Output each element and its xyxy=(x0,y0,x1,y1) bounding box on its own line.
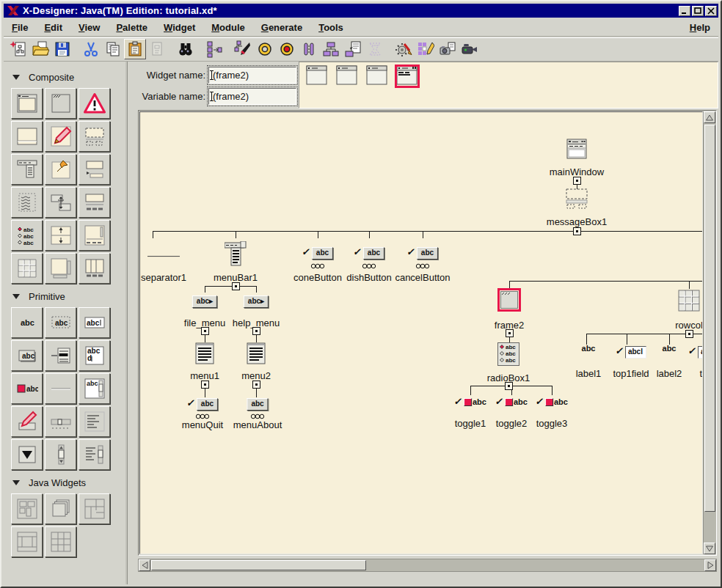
tree-node-toggle1-label[interactable]: toggle1 xyxy=(455,418,486,429)
tree-node-toggle1-icon[interactable]: ✓abc xyxy=(454,398,486,406)
tree-node-separator1-label[interactable]: separator1 xyxy=(141,272,186,283)
menu-generate[interactable]: Generate xyxy=(253,20,310,35)
palette-section-primitive[interactable]: Primitive xyxy=(12,291,127,302)
copy-button[interactable] xyxy=(102,39,124,59)
tree-node-mainWindow-icon[interactable] xyxy=(566,139,587,159)
palette-paned-window-button[interactable] xyxy=(45,187,76,218)
scroll-up-arrow[interactable] xyxy=(704,111,715,123)
tree-node-toggle3-icon[interactable]: ✓abc xyxy=(536,398,568,406)
palette-form-button[interactable] xyxy=(11,121,43,152)
palette-scale-button[interactable] xyxy=(45,406,76,437)
minimize-button[interactable] xyxy=(679,6,690,16)
record-video-button[interactable] xyxy=(459,39,481,59)
palette-option-menu-p-button[interactable] xyxy=(45,340,76,371)
palette-scrolled-text-button[interactable] xyxy=(11,187,43,218)
vertical-scrollbar[interactable] xyxy=(703,111,716,554)
tree-node-radioBox1-icon[interactable]: abcabcabc xyxy=(497,342,519,366)
palette-warning-button[interactable] xyxy=(79,88,110,119)
design-hierarchy-canvas[interactable]: mainWindowmessageBox1separator1menuBar1✓… xyxy=(139,111,703,554)
palette-text-button[interactable]: abcd xyxy=(79,340,110,371)
tree-node-messageBox1-expand-box[interactable] xyxy=(573,227,581,235)
tree-node-dishButton-icon[interactable]: ✓abc xyxy=(354,247,384,260)
tree-node-top2field-icon[interactable]: ✓abcl xyxy=(688,346,703,359)
move-widget-button[interactable] xyxy=(203,39,225,59)
tree-node-cancelButton-icon[interactable]: ✓abc xyxy=(407,247,438,260)
tree-node-separator1-icon[interactable] xyxy=(147,254,180,258)
tree-node-cancelButton-label[interactable]: cancelButton xyxy=(395,272,450,283)
palette-shell-button[interactable] xyxy=(45,88,76,119)
palette-option-menu-button[interactable] xyxy=(79,154,110,185)
scroll-down-arrow[interactable] xyxy=(704,543,715,554)
save-file-button[interactable] xyxy=(51,39,73,59)
menu-palette[interactable]: Palette xyxy=(108,20,156,35)
structure-colors-button[interactable] xyxy=(232,39,254,59)
tree-node-menu1-icon[interactable] xyxy=(195,342,214,364)
cut-button[interactable] xyxy=(80,39,102,59)
find-button[interactable] xyxy=(175,39,197,59)
shell-button-2[interactable] xyxy=(335,65,359,87)
palette-scrollbar-button[interactable] xyxy=(45,439,76,470)
tree-node-top1field-label[interactable]: top1field xyxy=(613,368,649,379)
radio-ring-button[interactable] xyxy=(276,39,298,59)
variable-name-input[interactable]: (frame2) xyxy=(208,88,296,105)
toggle-ring-button[interactable] xyxy=(254,39,276,59)
palette-label-button[interactable]: abc xyxy=(11,307,43,338)
clear-button[interactable] xyxy=(146,39,168,59)
scroll-left-arrow[interactable] xyxy=(139,559,150,571)
tree-node-label1-icon[interactable]: abc xyxy=(582,348,596,348)
tree-node-menu1-expand-box[interactable] xyxy=(201,381,209,389)
widget-hierarchy-button[interactable] xyxy=(320,39,342,59)
collapse-triangle-icon[interactable] xyxy=(12,480,20,485)
tree-node-rowcol-expand-box[interactable] xyxy=(685,330,693,338)
tree-node-help_menu-expand-box[interactable] xyxy=(252,327,260,335)
palette-scrolled-text-p-button[interactable]: abc xyxy=(79,373,110,404)
menu-tools[interactable]: Tools xyxy=(310,20,351,35)
maximize-button[interactable] xyxy=(692,6,704,16)
palette-list-button[interactable] xyxy=(79,406,110,437)
tree-node-label2-icon[interactable]: abc xyxy=(663,348,677,348)
tree-node-dishButton-label[interactable]: dishButton xyxy=(346,272,391,283)
vertical-scroll-thumb[interactable] xyxy=(704,125,715,512)
palette-section-java-widgets[interactable]: Java Widgets xyxy=(12,477,127,488)
menu-help[interactable]: Help xyxy=(682,20,718,35)
collapse-triangle-icon[interactable] xyxy=(12,294,20,299)
palette-gadget-label-button[interactable]: abc xyxy=(45,307,76,338)
palette-file-selection-button[interactable] xyxy=(79,220,110,251)
tree-node-toggle2-label[interactable]: toggle2 xyxy=(496,418,528,429)
tree-node-coneButton-label[interactable]: coneButton xyxy=(293,272,342,283)
generate-code-button[interactable] xyxy=(342,39,364,59)
tree-node-help_menu-icon[interactable]: abc▸ xyxy=(244,295,269,308)
menu-widget[interactable]: Widget xyxy=(156,20,203,35)
new-design-button[interactable] xyxy=(7,39,29,59)
layout-editor-button[interactable] xyxy=(415,39,437,59)
tree-node-messageBox1-label[interactable]: messageBox1 xyxy=(547,216,607,227)
palette-dialog-button[interactable] xyxy=(11,88,43,119)
tree-node-menuQuit-label[interactable]: menuQuit xyxy=(182,419,223,430)
scroll-right-arrow[interactable] xyxy=(704,559,716,571)
palette-card-layout-button[interactable] xyxy=(45,493,76,524)
menu-module[interactable]: Module xyxy=(203,20,253,35)
palette-arrow-button-button[interactable] xyxy=(11,439,43,470)
tree-node-menu2-icon[interactable] xyxy=(247,342,266,364)
widget-name-input[interactable]: (frame2) xyxy=(208,67,296,84)
paste-button[interactable] xyxy=(124,39,146,59)
tree-node-frame2-expand-box[interactable] xyxy=(506,329,514,337)
tree-node-menu2-label[interactable]: menu2 xyxy=(241,370,271,381)
tree-node-rowcol-label[interactable]: rowcol xyxy=(675,320,703,331)
menu-file[interactable]: File xyxy=(4,20,36,35)
tree-node-toggle2-icon[interactable]: ✓abc xyxy=(495,398,528,406)
shell-button-4[interactable] xyxy=(395,65,419,87)
close-button[interactable] xyxy=(705,6,717,16)
palette-scrolled-list-button[interactable] xyxy=(79,439,110,470)
collapse-triangle-icon[interactable] xyxy=(12,75,20,80)
tree-node-mainWindow-expand-box[interactable] xyxy=(573,177,581,185)
shell-button-1[interactable] xyxy=(305,65,329,87)
align-widgets-button[interactable] xyxy=(298,39,320,59)
tree-node-file_menu-expand-box[interactable] xyxy=(201,327,209,335)
tree-node-menu1-label[interactable]: menu1 xyxy=(190,370,219,381)
tree-node-mainWindow-label[interactable]: mainWindow xyxy=(550,166,604,177)
palette-button-box-button[interactable] xyxy=(79,253,110,284)
palette-pinned-menu-button[interactable] xyxy=(45,154,76,185)
tree-node-menuQuit-icon[interactable]: ✓abc xyxy=(187,398,218,411)
palette-drawn-button-button[interactable] xyxy=(11,406,43,437)
